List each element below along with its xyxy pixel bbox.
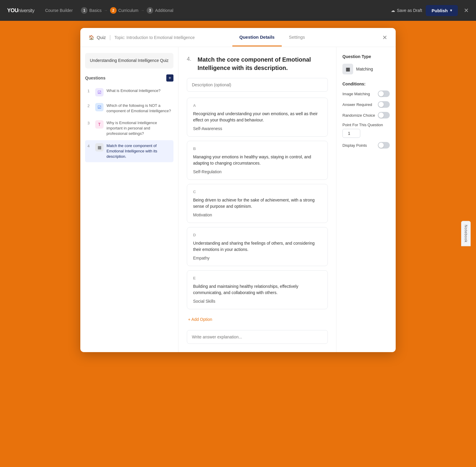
left-sidebar: Understanding Emotional Intelligence Qui…	[80, 47, 178, 352]
arrow-1: →	[104, 8, 108, 13]
option-match-e: Social Skills	[193, 299, 322, 304]
option-label-a: A	[193, 103, 322, 108]
quiz-label-section: 🏠 Quiz	[89, 35, 106, 40]
point-input[interactable]	[342, 129, 360, 138]
add-question-button[interactable]: +	[166, 74, 173, 82]
question-header: 4. Match the core component of Emotional…	[187, 55, 328, 72]
point-row: Point For This Question	[342, 123, 390, 138]
tab-settings[interactable]: Settings	[282, 29, 312, 46]
matching-icon: ▦	[342, 64, 353, 74]
option-content-d: Understanding and sharing the feelings o…	[193, 240, 322, 253]
questions-header: Questions +	[85, 74, 173, 82]
question-num-4: 4	[87, 144, 92, 148]
option-content-e: Building and maintaining healthy relatio…	[193, 283, 322, 296]
logo: YOUniversity	[7, 7, 35, 14]
save-draft-button[interactable]: ☁ Save as Draft	[391, 8, 422, 13]
quiz-label: Quiz	[97, 35, 106, 40]
question-item[interactable]: 3 T Why is Emotional Intelligence import…	[85, 117, 173, 140]
randomize-choice-toggle[interactable]	[378, 112, 390, 118]
arrow-2: →	[141, 8, 144, 13]
question-icon-4: ▦	[95, 143, 104, 151]
description-input[interactable]	[187, 78, 328, 92]
quiz-home-icon: 🏠	[89, 35, 94, 40]
question-item[interactable]: 2 ☑ Which of the following is NOT a comp…	[85, 100, 173, 117]
option-match-c: Motivation	[193, 213, 322, 217]
option-content-c: Being driven to achieve for the sake of …	[193, 197, 322, 210]
randomize-choice-row: Randomize Choice	[342, 112, 390, 118]
answer-explanation-input[interactable]	[187, 330, 328, 344]
step-2-num: 2	[110, 7, 117, 14]
option-label-b: B	[193, 146, 322, 151]
question-type-label: Question Type	[342, 54, 390, 59]
right-panel: Question Type ▦ Matching Conditions: Ima…	[336, 47, 396, 352]
publish-button[interactable]: Publish ▾	[426, 5, 458, 16]
option-match-d: Empathy	[193, 256, 322, 260]
add-option-button[interactable]: + Add Option	[187, 313, 213, 325]
randomize-choice-label: Randomize Choice	[342, 113, 375, 118]
answer-required-row: Answer Required	[342, 101, 390, 108]
quiz-modal: 🏠 Quiz | Topic: Introduction to Emotiona…	[80, 28, 396, 352]
image-matching-toggle[interactable]	[378, 90, 390, 97]
questions-label: Questions	[85, 76, 105, 80]
point-label: Point For This Question	[342, 123, 390, 127]
tab-question-details[interactable]: Question Details	[232, 29, 282, 46]
option-content-a: Recognizing and understanding your own e…	[193, 111, 322, 123]
top-navigation: YOUniversity Course Builder 1 Basics → 2…	[0, 0, 476, 21]
image-matching-label: Image Matching	[342, 92, 370, 96]
option-match-a: Self-Awareness	[193, 126, 322, 131]
question-icon-1: ☑	[95, 88, 104, 96]
conditions-title: Conditions:	[342, 82, 390, 86]
step-2-label: Curriculum	[118, 8, 139, 13]
question-text-4: Match the core component of Emotional In…	[107, 143, 171, 160]
option-card-e: E Building and maintaining healthy relat…	[187, 270, 328, 309]
step-basics: 1 Basics	[81, 7, 101, 14]
question-text-2: Which of the following is NOT a componen…	[107, 103, 171, 114]
display-points-label: Display Points	[342, 143, 367, 148]
step-1-label: Basics	[89, 8, 101, 13]
modal-body: Understanding Emotional Intelligence Qui…	[80, 47, 396, 352]
nav-right-actions: ☁ Save as Draft Publish ▾ ✕	[391, 5, 469, 16]
logo-niversity: niversity	[18, 8, 35, 13]
answer-required-toggle[interactable]	[378, 101, 390, 108]
publish-label: Publish	[432, 8, 448, 13]
logo-you: YOU	[7, 7, 18, 13]
option-card-c: C Being driven to achieve for the sake o…	[187, 184, 328, 223]
modal-header: 🏠 Quiz | Topic: Introduction to Emotiona…	[80, 28, 396, 47]
question-icon-3: T	[95, 120, 104, 129]
question-type-display: ▦ Matching	[342, 64, 390, 74]
topic-label: Topic: Introduction to Emotional Intelli…	[115, 35, 195, 40]
question-item[interactable]: 1 ☑ What is Emotional Intelligence?	[85, 85, 173, 99]
notebook-tab[interactable]: Notebook	[461, 221, 471, 246]
question-text-1: What is Emotional Intelligence?	[107, 88, 171, 93]
course-builder-label: Course Builder	[45, 8, 73, 13]
quiz-title-box: Understanding Emotional Intelligence Qui…	[85, 53, 173, 68]
question-type-name: Matching	[356, 67, 373, 71]
question-number: 4.	[187, 56, 194, 62]
option-card-a: A Recognizing and understanding your own…	[187, 98, 328, 137]
step-1-num: 1	[81, 7, 87, 14]
display-points-row: Display Points	[342, 142, 390, 149]
question-icon-2: ☑	[95, 103, 104, 111]
save-draft-label: Save as Draft	[397, 8, 422, 13]
question-num-2: 2	[87, 104, 92, 108]
modal-close-button[interactable]: ✕	[382, 34, 387, 41]
question-num-3: 3	[87, 121, 92, 125]
modal-tabs: Question Details Settings	[232, 29, 312, 46]
option-label-d: D	[193, 233, 322, 237]
option-card-b: B Managing your emotions in healthy ways…	[187, 141, 328, 180]
display-points-toggle[interactable]	[378, 142, 390, 149]
image-matching-row: Image Matching	[342, 90, 390, 97]
option-match-b: Self-Regulation	[193, 169, 322, 174]
question-list: 1 ☑ What is Emotional Intelligence? 2 ☑ …	[85, 85, 173, 163]
question-num-1: 1	[87, 89, 92, 93]
question-item[interactable]: 4 ▦ Match the core component of Emotiona…	[85, 140, 173, 163]
option-label-c: C	[193, 190, 322, 194]
option-content-b: Managing your emotions in healthy ways, …	[193, 154, 322, 166]
notebook-tab-container: Notebook	[461, 221, 471, 246]
main-area: 🏠 Quiz | Topic: Introduction to Emotiona…	[0, 21, 476, 467]
center-content: 4. Match the core component of Emotional…	[178, 47, 336, 352]
step-3-label: Additional	[155, 8, 173, 13]
close-nav-button[interactable]: ✕	[464, 7, 469, 14]
step-3-num: 3	[147, 7, 153, 14]
question-text-3: Why is Emotional Intelligence important …	[107, 120, 171, 137]
